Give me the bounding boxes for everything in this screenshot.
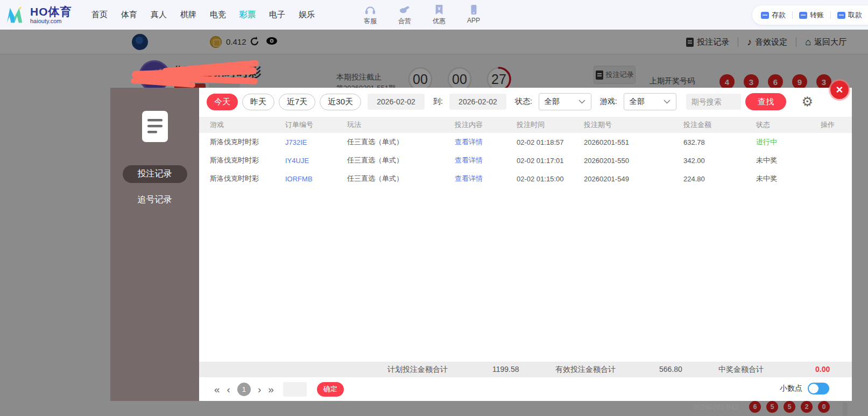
phone-icon: [468, 4, 479, 15]
totals-bar: 计划投注金额合计 1199.58 有效投注金额合计 566.80 中奖金额合计 …: [199, 362, 852, 377]
order-link[interactable]: IORFMB: [285, 175, 347, 183]
menu-esports[interactable]: 电竞: [210, 10, 226, 20]
promo-ribbon-icon: ¥: [433, 4, 445, 15]
period-search-input[interactable]: [686, 94, 741, 110]
top-navbar: HO体育 haiouty.com 首页 体育 真人 棋牌 电竞 彩票 电子 娱乐…: [0, 0, 868, 30]
pagination-bar: « ‹ 1 › » 确定 小数点: [199, 377, 852, 401]
win-total-label: 中奖金额合计: [718, 365, 764, 375]
transfer-button[interactable]: 转账: [799, 10, 824, 20]
menu-chess[interactable]: 棋牌: [180, 10, 196, 20]
last-page-button[interactable]: »: [268, 384, 274, 394]
close-icon[interactable]: ×: [830, 81, 849, 99]
next-page-button[interactable]: ›: [258, 384, 261, 394]
deposit-button[interactable]: 存款: [761, 10, 786, 20]
valid-total-value: 566.80: [659, 365, 682, 373]
logo-domain: haiouty.com: [30, 18, 72, 24]
withdraw-button[interactable]: 取款: [837, 10, 862, 20]
date-to-input[interactable]: [449, 94, 506, 110]
decimal-toggle[interactable]: [808, 383, 829, 394]
promotions-link[interactable]: ¥ 优惠: [428, 4, 450, 26]
table-row: 斯洛伐克时时彩 IY4UJE 任三直选（单式） 查看详情 02-02 01:17…: [199, 151, 852, 170]
status-badge: 未中奖: [756, 174, 821, 184]
menu-slots[interactable]: 电子: [269, 10, 285, 20]
logo-icon: [5, 6, 26, 24]
planned-total-label: 计划投注金额合计: [387, 365, 448, 375]
table-row: 斯洛伐克时时彩 J732IE 任三直选（单式） 查看详情 02-02 01:18…: [199, 133, 852, 151]
table-header: 游戏 订单编号 玩法 投注内容 投注时间 投注期号 投注金额 状态 操作: [199, 117, 852, 133]
game-select[interactable]: 全部: [624, 93, 676, 110]
withdraw-icon: [837, 12, 845, 19]
game-label: 游戏:: [600, 97, 617, 107]
prev-page-button[interactable]: ‹: [227, 384, 230, 394]
filter-yesterday[interactable]: 昨天: [242, 94, 274, 110]
win-total-value: 0.00: [815, 365, 830, 373]
transfer-icon: [799, 12, 807, 19]
bet-records-modal: 今天 昨天 近7天 近30天 到: 状态: 全部 游戏: 全部 查找: [199, 88, 852, 401]
logo-title: HO体育: [30, 6, 72, 17]
sidebar-item-bet-records[interactable]: 投注记录: [123, 165, 187, 183]
page-jump-confirm-button[interactable]: 确定: [317, 382, 344, 397]
order-link[interactable]: IY4UJE: [285, 157, 347, 165]
order-link[interactable]: J732IE: [285, 138, 347, 146]
current-page[interactable]: 1: [237, 383, 251, 396]
handshake-icon: [399, 4, 411, 15]
sidebar-item-chase-records[interactable]: 追号记录: [123, 192, 187, 208]
site-logo[interactable]: HO体育 haiouty.com: [5, 6, 86, 24]
date-from-input[interactable]: [368, 94, 425, 110]
quick-links: 客服 合营 ¥ 优惠: [359, 4, 485, 26]
view-details-link[interactable]: 查看详情: [455, 156, 483, 164]
chevron-down-icon: [664, 100, 671, 104]
page: HO体育 haiouty.com 首页 体育 真人 棋牌 电竞 彩票 电子 娱乐…: [0, 0, 868, 416]
view-details-link[interactable]: 查看详情: [455, 174, 483, 182]
partnership-link[interactable]: 合营: [393, 4, 416, 26]
page-jump-input[interactable]: [283, 382, 307, 397]
filter-today[interactable]: 今天: [207, 94, 238, 110]
status-badge: 进行中: [756, 137, 821, 147]
gear-icon[interactable]: ⚙: [801, 95, 813, 108]
app-download-link[interactable]: APP: [462, 4, 485, 26]
filter-last30days[interactable]: 近30天: [320, 94, 361, 110]
filter-bar: 今天 昨天 近7天 近30天 到: 状态: 全部 游戏: 全部 查找: [199, 88, 852, 115]
records-sidebar: 投注记录 追号记录: [110, 88, 199, 401]
view-details-link[interactable]: 查看详情: [455, 138, 483, 146]
filter-last7days[interactable]: 近7天: [279, 94, 315, 110]
menu-sports[interactable]: 体育: [121, 10, 137, 20]
table-row: 斯洛伐克时时彩 IORFMB 任三直选（单式） 查看详情 02-02 01:15…: [199, 170, 852, 188]
valid-total-label: 有效投注金额合计: [555, 365, 616, 375]
first-page-button[interactable]: «: [214, 384, 220, 394]
chevron-down-icon: [578, 100, 585, 104]
planned-total-value: 1199.58: [492, 365, 519, 373]
decimal-toggle-label: 小数点: [780, 384, 802, 393]
menu-live[interactable]: 真人: [151, 10, 167, 20]
wallet-actions: 存款 转账 取款: [752, 5, 868, 25]
menu-home[interactable]: 首页: [91, 10, 108, 20]
search-button[interactable]: 查找: [745, 93, 787, 110]
menu-lottery[interactable]: 彩票: [239, 10, 256, 20]
deposit-icon: [761, 12, 769, 19]
status-badge: 未中奖: [756, 156, 821, 165]
headset-icon: [364, 4, 376, 15]
main-menu: 首页 体育 真人 棋牌 电竞 彩票 电子 娱乐: [91, 10, 315, 20]
to-label: 到:: [433, 97, 443, 107]
customer-service-link[interactable]: 客服: [359, 4, 382, 26]
menu-entertainment[interactable]: 娱乐: [299, 10, 315, 20]
document-icon: [142, 110, 168, 143]
status-select[interactable]: 全部: [539, 93, 591, 110]
status-label: 状态:: [515, 97, 532, 107]
